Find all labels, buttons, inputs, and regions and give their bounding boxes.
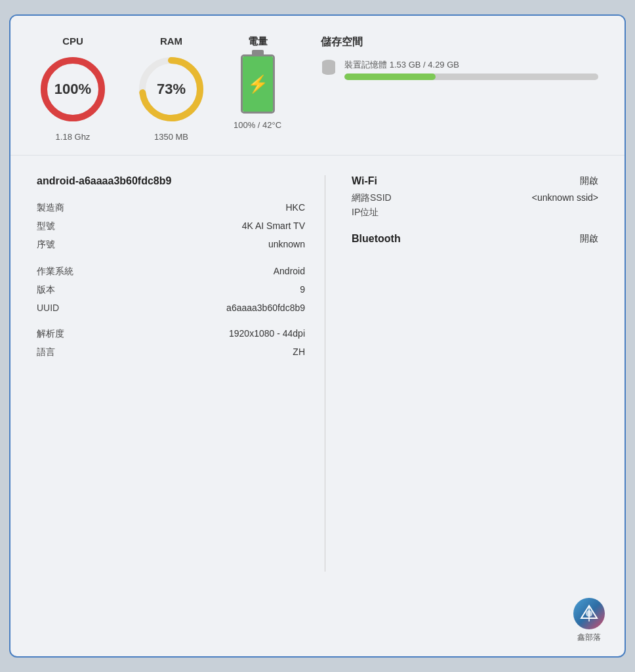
- storage-item: 裝置記憶體 1.53 GB / 4.29 GB: [321, 58, 598, 81]
- bluetooth-section: Bluetooth 開啟: [352, 233, 598, 245]
- main-window: CPU 100% 1.18 Ghz RAM 73% 1350 MB: [9, 14, 626, 658]
- maker-value: HKC: [89, 199, 305, 217]
- main-content: android-a6aaaa3b60fdc8b9 製造商 HKC 型號 4K A…: [10, 156, 625, 591]
- table-row: 語言 ZH: [37, 343, 305, 362]
- storage-text: 裝置記憶體 1.53 GB / 4.29 GB: [344, 59, 598, 71]
- ssid-value: <unknown ssid>: [532, 192, 598, 204]
- device-id: android-a6aaaa3b60fdc8b9: [37, 175, 305, 187]
- storage-bar-bg: [344, 74, 598, 80]
- os-label: 作業系統: [37, 254, 89, 281]
- logo-section: 鑫部落: [10, 591, 625, 656]
- battery-stat: 電量 ⚡ 100% / 42°C: [234, 35, 281, 130]
- storage-section: 儲存空間 裝置記憶體 1.53 GB / 4.29 GB: [308, 35, 598, 86]
- battery-label: 電量: [248, 35, 268, 48]
- logo-icon: [573, 598, 605, 629]
- ip-row: IP位址: [352, 207, 598, 219]
- table-row: 序號 unknown: [37, 236, 305, 254]
- ram-label: RAM: [160, 35, 182, 47]
- stats-section: CPU 100% 1.18 Ghz RAM 73% 1350 MB: [10, 16, 625, 156]
- resolution-label: 解析度: [37, 316, 89, 343]
- uuid-value: a6aaaa3b60fdc8b9: [89, 299, 305, 316]
- model-label: 型號: [37, 217, 89, 236]
- cpu-percent: 100%: [54, 81, 91, 98]
- version-value: 9: [89, 281, 305, 299]
- bluetooth-row: Bluetooth 開啟: [352, 233, 598, 245]
- logo-wrap: 鑫部落: [573, 598, 605, 643]
- ram-stat: RAM 73% 1350 MB: [135, 35, 207, 142]
- ssid-label: 網路SSID: [352, 192, 392, 204]
- table-row: 解析度 1920x1080 - 44dpi: [37, 316, 305, 343]
- version-label: 版本: [37, 281, 89, 299]
- table-row: 製造商 HKC: [37, 199, 305, 217]
- cpu-label: CPU: [62, 35, 83, 47]
- ip-label: IP位址: [352, 207, 379, 219]
- cpu-donut: 100%: [37, 53, 109, 125]
- ram-percent: 73%: [157, 81, 186, 98]
- storage-bar-fill: [344, 74, 436, 80]
- wifi-row: Wi-Fi 開啟: [352, 175, 598, 187]
- wifi-title: Wi-Fi: [352, 175, 377, 187]
- ram-mb: 1350 MB: [154, 132, 188, 142]
- bluetooth-status: 開啟: [580, 233, 598, 245]
- cpu-freq: 1.18 Ghz: [56, 132, 91, 142]
- table-row: 作業系統 Android: [37, 254, 305, 281]
- language-value: ZH: [89, 343, 305, 362]
- device-info-table: 製造商 HKC 型號 4K AI Smart TV 序號 unknown 作業系…: [37, 199, 305, 362]
- storage-db-icon: [321, 58, 337, 81]
- serial-value: unknown: [89, 236, 305, 254]
- storage-info: 裝置記憶體 1.53 GB / 4.29 GB: [344, 59, 598, 80]
- table-row: 型號 4K AI Smart TV: [37, 217, 305, 236]
- language-label: 語言: [37, 343, 89, 362]
- table-row: 版本 9: [37, 281, 305, 299]
- os-value: Android: [89, 254, 305, 281]
- table-row: UUID a6aaaa3b60fdc8b9: [37, 299, 305, 316]
- right-column: Wi-Fi 開啟 網路SSID <unknown ssid> IP位址 Blue…: [352, 175, 598, 572]
- storage-title: 儲存空間: [321, 35, 598, 49]
- ram-donut: 73%: [135, 53, 207, 125]
- serial-label: 序號: [37, 236, 89, 254]
- bluetooth-title: Bluetooth: [352, 233, 401, 245]
- battery-icon: ⚡: [241, 54, 275, 114]
- battery-plug-icon: ⚡: [247, 74, 268, 94]
- maker-label: 製造商: [37, 199, 89, 217]
- resolution-value: 1920x1080 - 44dpi: [89, 316, 305, 343]
- uuid-label: UUID: [37, 299, 89, 316]
- battery-status: 100% / 42°C: [234, 120, 281, 130]
- ssid-row: 網路SSID <unknown ssid>: [352, 192, 598, 204]
- model-value: 4K AI Smart TV: [89, 217, 305, 236]
- battery-wrap: ⚡: [241, 54, 275, 114]
- wifi-status: 開啟: [580, 175, 598, 187]
- left-column: android-a6aaaa3b60fdc8b9 製造商 HKC 型號 4K A…: [37, 175, 325, 572]
- logo-text: 鑫部落: [577, 632, 601, 643]
- cpu-stat: CPU 100% 1.18 Ghz: [37, 35, 109, 142]
